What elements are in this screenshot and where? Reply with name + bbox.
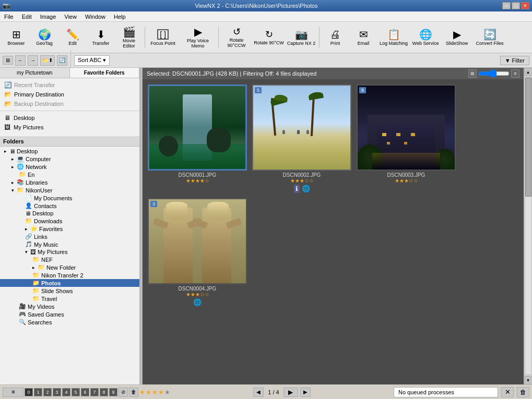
folder-computer[interactable]: ▸ 💻 Computer xyxy=(0,155,139,163)
slideshow-button[interactable]: ▶ SlideShow xyxy=(442,24,472,51)
menu-window[interactable]: Window xyxy=(81,13,110,21)
web-service-button[interactable]: 🌐 Web Service xyxy=(410,24,441,51)
folder-my-documents[interactable]: 📄 My Documents xyxy=(0,194,139,202)
capture-nx2-button[interactable]: 📷 Capture NX 2 xyxy=(286,24,317,51)
folder-network[interactable]: ▸ 🌐 Network xyxy=(0,163,139,171)
view-toggle[interactable]: ⊞ xyxy=(3,388,23,397)
close-button[interactable]: ✕ xyxy=(521,2,529,9)
play-btn[interactable]: ▶ xyxy=(283,388,298,397)
email-button[interactable]: ✉ Email xyxy=(350,24,377,51)
panel-item-backup-destination[interactable]: 📂 Backup Destination xyxy=(0,99,139,108)
num-2[interactable]: 2 xyxy=(43,388,52,396)
menu-image[interactable]: Image xyxy=(36,13,61,21)
menu-help[interactable]: Help xyxy=(110,13,130,21)
folder-nikon-transfer2[interactable]: 📁 Nikon Transfer 2 xyxy=(0,271,139,279)
trash-queue-btn[interactable]: 🗑 xyxy=(517,387,529,397)
folder-up-button[interactable]: 📁⬆ xyxy=(40,55,55,66)
rotate-ccw-button[interactable]: ↺ Rotate 90°CCW xyxy=(221,24,252,51)
folder-saved-games[interactable]: 🎮 Saved Games xyxy=(0,310,139,318)
view-list-btn[interactable]: ≡ xyxy=(511,69,519,78)
star-4[interactable]: ★ xyxy=(158,389,164,396)
star-5[interactable]: ★ xyxy=(164,389,170,396)
folder-desktop[interactable]: ▸ 🖥 Desktop xyxy=(0,148,139,155)
star-3[interactable]: ★ xyxy=(152,389,158,396)
transfer-button[interactable]: ⬇ Transfer xyxy=(87,24,114,51)
num-7[interactable]: 7 xyxy=(90,388,99,396)
prev-page-btn[interactable]: ◀ xyxy=(253,388,264,397)
menu-view[interactable]: View xyxy=(60,13,81,21)
num-1[interactable]: 1 xyxy=(34,388,42,396)
convert-files-button[interactable]: 🔄 Convert Files xyxy=(473,24,506,51)
stop-btn[interactable]: ⊘ xyxy=(119,388,128,397)
rotate-cw-button[interactable]: ↻ Rotate 90°CW xyxy=(253,24,285,51)
thumbnail-dscn0002[interactable]: 5 D xyxy=(252,84,351,193)
folder-my-videos[interactable]: 🎥 My Videos xyxy=(0,303,139,310)
folder-libraries[interactable]: ▸ 📚 Libraries xyxy=(0,178,139,186)
thumb-badge-8: 8 xyxy=(359,87,366,93)
browser-button[interactable]: ⊞ Browser xyxy=(3,24,30,51)
star-2[interactable]: ★ xyxy=(146,389,151,396)
num-3[interactable]: 3 xyxy=(53,388,61,396)
trash-btn[interactable]: 🗑 xyxy=(129,388,138,397)
folder-nef[interactable]: 📁 NEF xyxy=(0,256,139,263)
scroll-up-btn[interactable]: ▲ xyxy=(524,68,533,76)
folder-links[interactable]: 🔗 Links xyxy=(0,233,139,240)
panel-item-desktop[interactable]: 🖥 Desktop xyxy=(0,113,139,123)
sync-button[interactable]: 🔄 xyxy=(57,55,67,66)
next-page-btn[interactable]: ▶ xyxy=(300,388,311,397)
panel-item-primary-destination[interactable]: 📂 Primary Destination xyxy=(0,90,139,99)
folder-nikonuser[interactable]: ▾ 📁 NikonUser xyxy=(0,186,139,194)
geotag-icon: 🌍 xyxy=(38,29,51,40)
panel-item-my-pictures[interactable]: 🖼 My Pictures xyxy=(0,123,139,132)
num-5[interactable]: 5 xyxy=(72,388,80,396)
geotag-button[interactable]: 🌍 GeoTag xyxy=(31,24,58,51)
folder-slide-shows[interactable]: 📁 Slide Shows xyxy=(0,287,139,295)
star-1[interactable]: ★ xyxy=(139,389,145,396)
folder-travel[interactable]: 📁 Travel xyxy=(0,295,139,303)
folder-my-pictures[interactable]: ▾ 🖼 My Pictures xyxy=(0,248,139,256)
thumbnail-dscn0004[interactable]: 3 xyxy=(148,198,247,306)
folder-en[interactable]: 📁 En xyxy=(0,171,139,178)
tab-favorite-folders[interactable]: Favorite Folders xyxy=(70,68,140,78)
num-4[interactable]: 4 xyxy=(62,388,70,396)
zoom-slider[interactable] xyxy=(478,71,510,76)
folder-contacts[interactable]: 👤 Contacts xyxy=(0,202,139,210)
scroll-down-btn[interactable]: ▼ xyxy=(524,376,533,384)
delete-queue-btn[interactable]: ✕ xyxy=(501,387,514,397)
play-voice-memo-button[interactable]: ▶ Play Voice Memo xyxy=(180,24,216,51)
sort-dropdown[interactable]: Sort ABC ▾ xyxy=(74,55,110,66)
print-button[interactable]: 🖨 Print xyxy=(322,24,349,51)
folder-desktop2[interactable]: 🖥 Desktop xyxy=(0,210,139,217)
num-6[interactable]: 6 xyxy=(81,388,89,396)
folder-favorites[interactable]: ▸ ⭐ Favorites xyxy=(0,225,139,233)
menu-file[interactable]: File xyxy=(0,13,18,21)
thumbnail-dscn0003[interactable]: 8 xyxy=(357,84,456,193)
view-grid-button[interactable]: ⊞ xyxy=(3,56,13,65)
folder-photos[interactable]: 📁 Photos xyxy=(0,279,139,287)
thumbnail-dscn0001[interactable]: DSCN0001.JPG ★★★★☆ xyxy=(148,84,247,193)
folder-new-folder[interactable]: ▸ 📁 New Folder xyxy=(0,263,139,271)
num-8[interactable]: 8 xyxy=(100,388,108,396)
menu-edit[interactable]: Edit xyxy=(18,13,36,21)
view-grid-btn[interactable]: ⊞ xyxy=(468,69,477,78)
window-controls: ─ □ ✕ xyxy=(502,2,529,9)
filter-button[interactable]: ▼ Filter xyxy=(500,56,529,65)
forward-button[interactable]: → xyxy=(28,55,38,66)
back-button[interactable]: ← xyxy=(15,55,26,66)
panel-item-recent-transfer[interactable]: 🔄 Recent Transfer xyxy=(0,80,139,90)
num-0[interactable]: 0 xyxy=(25,388,33,396)
edit-button[interactable]: ✏️ Edit xyxy=(59,24,86,51)
log-matching-button[interactable]: 📋 Log Matching xyxy=(378,24,409,51)
selected-info: Selected: DSCN0001.JPG (428 KB) | Filter… xyxy=(147,70,316,77)
movie-editor-button[interactable]: 🎬 Movie Editor xyxy=(115,24,143,51)
folder-downloads[interactable]: 📁 Downloads xyxy=(0,217,139,225)
num-9[interactable]: 9 xyxy=(109,388,117,396)
minimize-button[interactable]: ─ xyxy=(502,2,511,9)
folder-searches[interactable]: 🔍 Searches xyxy=(0,318,139,326)
scroll-thumb[interactable] xyxy=(525,78,531,197)
tab-my-picturetown[interactable]: my Picturetown xyxy=(0,68,70,78)
maximize-button[interactable]: □ xyxy=(512,2,520,9)
folder-icon: 🎥 xyxy=(19,303,26,310)
focus-point-button[interactable]: [ ] Focus Point xyxy=(147,24,179,51)
folder-my-music[interactable]: 🎵 My Music xyxy=(0,240,139,248)
